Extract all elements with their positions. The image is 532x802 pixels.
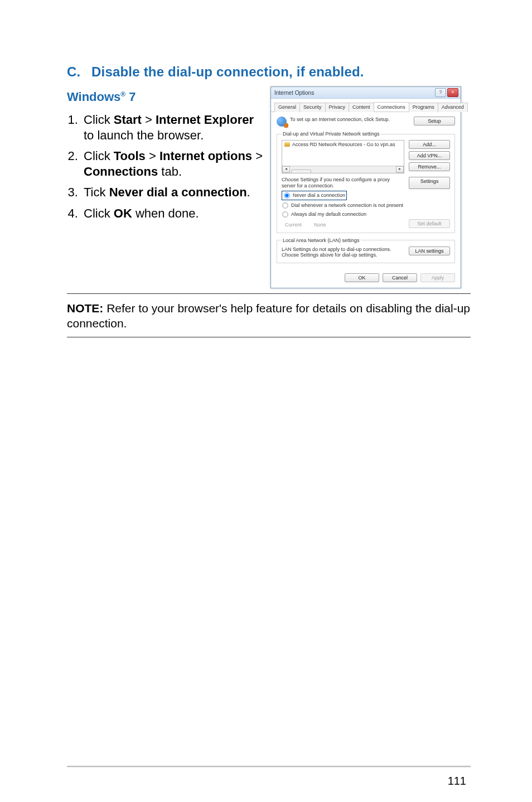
setup-text: To set up an Internet connection, click … — [290, 117, 410, 123]
section-letter: C. — [67, 64, 91, 80]
proxy-note-text: Choose Settings if you need to configure… — [282, 177, 404, 189]
registered-symbol: ® — [120, 90, 125, 98]
help-button[interactable]: ? — [435, 88, 446, 97]
section-title: Disable the dial-up connection, if enabl… — [91, 64, 364, 79]
tab-programs[interactable]: Programs — [409, 103, 438, 112]
tab-strip: General Security Privacy Content Connect… — [271, 99, 461, 112]
step-2: Click Tools > Internet options > Connect… — [81, 148, 267, 179]
dial-whenever-radio[interactable] — [282, 202, 288, 208]
tab-content[interactable]: Content — [349, 103, 374, 112]
step-4: Click OK when done. — [81, 206, 267, 221]
scroll-right-arrow[interactable]: ▸ — [396, 166, 404, 173]
setup-button[interactable]: Setup — [414, 117, 455, 125]
tab-general[interactable]: General — [274, 103, 300, 112]
connections-listbox[interactable]: Access RD Network Resources - Go to vpn.… — [282, 140, 404, 173]
dialog-title: Internet Options — [273, 90, 435, 96]
footer-rule — [67, 766, 471, 767]
list-item[interactable]: Access RD Network Resources - Go to vpn.… — [282, 141, 404, 148]
add-button[interactable]: Add... — [409, 140, 450, 149]
page-number: 111 — [448, 775, 466, 787]
note-text: Refer to your browser's help feature for… — [67, 302, 470, 330]
tab-security[interactable]: Security — [299, 103, 326, 112]
apply-button: Apply — [420, 273, 455, 282]
step-3: Tick Never dial a connection. — [81, 185, 267, 200]
step-1: Click Start > Internet Explorer to launc… — [81, 112, 267, 143]
tab-advanced[interactable]: Advanced — [438, 103, 468, 112]
add-vpn-button[interactable]: Add VPN... — [409, 151, 450, 160]
current-label: Current — [285, 222, 302, 228]
network-icon — [284, 142, 290, 147]
tab-privacy[interactable]: Privacy — [325, 103, 350, 112]
dial-whenever-label: Dial whenever a network connection is no… — [291, 202, 403, 208]
tab-connections[interactable]: Connections — [374, 102, 409, 112]
subheading-suffix: 7 — [125, 90, 136, 104]
current-value: None — [314, 222, 326, 228]
never-dial-highlight: Never dial a connection — [282, 191, 347, 200]
dialog-titlebar[interactable]: Internet Options ? × — [271, 87, 461, 99]
list-item-label: Access RD Network Resources - Go to vpn.… — [292, 142, 395, 147]
never-dial-label: Never dial a connection — [293, 192, 345, 198]
cancel-button[interactable]: Cancel — [383, 273, 417, 282]
lan-legend: Local Area Network (LAN) settings — [282, 238, 361, 243]
lan-settings-button[interactable]: LAN settings — [409, 247, 450, 255]
note-block: NOTE: Refer to your browser's help featu… — [67, 293, 471, 337]
always-dial-label: Always dial my default connection — [291, 211, 366, 217]
settings-button[interactable]: Settings — [409, 177, 450, 189]
internet-options-dialog: Internet Options ? × General Security Pr… — [270, 86, 461, 288]
note-label: NOTE: — [67, 302, 103, 315]
never-dial-radio[interactable] — [284, 192, 289, 198]
section-heading: C.Disable the dial-up connection, if ena… — [67, 64, 471, 80]
close-button[interactable]: × — [447, 88, 458, 97]
ok-button[interactable]: OK — [345, 273, 379, 282]
steps-list: Click Start > Internet Explorer to launc… — [67, 112, 267, 221]
lan-group: Local Area Network (LAN) settings LAN Se… — [277, 238, 455, 264]
dialup-legend: Dial-up and Virtual Private Network sett… — [282, 131, 380, 137]
globe-icon — [277, 117, 287, 127]
scroll-thumb[interactable] — [291, 170, 311, 173]
set-default-button: Set default — [409, 219, 450, 228]
subheading-prefix: Windows — [67, 90, 120, 104]
subheading-windows7: Windows® 7 — [67, 90, 267, 104]
always-dial-radio[interactable] — [282, 211, 288, 217]
lan-text: LAN Settings do not apply to dial-up con… — [282, 247, 404, 259]
scroll-left-arrow[interactable]: ◂ — [282, 166, 290, 173]
remove-button[interactable]: Remove... — [409, 162, 450, 171]
horizontal-scrollbar[interactable]: ◂ ▸ — [282, 166, 404, 173]
dialog-action-row: OK Cancel Apply — [271, 269, 461, 288]
dialup-group: Dial-up and Virtual Private Network sett… — [277, 131, 455, 233]
